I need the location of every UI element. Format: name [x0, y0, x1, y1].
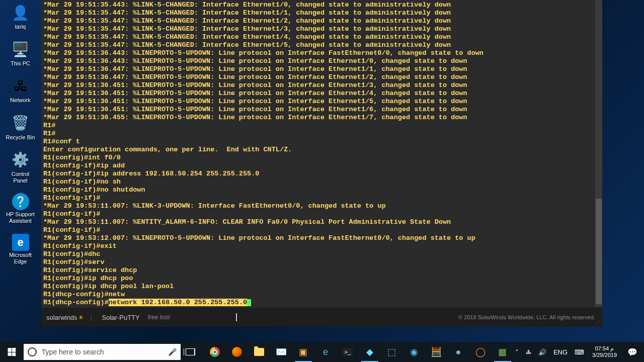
desktop-icon-label: tariq	[15, 24, 26, 30]
terminal-line: R1(config)#service dhcp	[43, 266, 600, 275]
terminal-line: *Mar 29 19:51:36.451: %LINEPROTO-5-UPDOW…	[43, 81, 600, 89]
solarwinds-logo: solarwinds☀	[46, 314, 84, 321]
terminal-line: R1(config-if)#	[43, 226, 600, 234]
terminal-line: R1(config)#serv	[43, 258, 600, 266]
tray-date-text: 3/29/2019	[592, 352, 617, 358]
taskbar-app-2[interactable]: ◆	[359, 342, 380, 362]
taskbar-app-5[interactable]: ●	[448, 342, 469, 362]
system-tray: ˄ 🖧 🔊 ENG ⌨ 07:54 م 3/29/2019 💬	[513, 342, 644, 362]
terminal-cursor	[247, 299, 251, 306]
user-folder-icon: 👤	[11, 3, 31, 23]
desktop-icon-tariq[interactable]: 👤 tariq	[4, 3, 37, 30]
desktop-icon-control-panel[interactable]: ⚙️ Control Panel	[4, 150, 37, 184]
app-icon: ▣	[299, 346, 307, 357]
solar-putty-icon: ▦	[498, 346, 507, 357]
windows-logo-icon	[8, 348, 16, 356]
terminal-line: *Mar 29 19:51:36.451: %LINEPROTO-5-UPDOW…	[43, 106, 600, 114]
desktop-icon-label: Control Panel	[4, 171, 37, 184]
desktop-icons-column: 👤 tariq 🖥️ This PC 🖧 Network 🗑️ Recycle …	[4, 3, 37, 265]
solar-putty-status-bar: solarwinds☀ | Solar-PuTTY free tool © 20…	[41, 308, 602, 327]
taskbar-app-3[interactable]: ⬚	[381, 342, 403, 362]
task-view-button[interactable]	[181, 342, 200, 362]
tray-clock[interactable]: 07:54 م 3/29/2019	[589, 345, 620, 358]
terminal-line: R1(config)#int f0/0	[43, 154, 600, 162]
desktop-icon-edge[interactable]: e Microsoft Edge	[4, 234, 37, 265]
terminal-line: *Mar 29 19:51:36.451: %LINEPROTO-5-UPDOW…	[43, 98, 600, 106]
notification-icon: 💬	[627, 347, 637, 357]
folder-icon	[254, 348, 264, 356]
terminal-line: R1(config)#dhc	[43, 250, 600, 258]
terminal-line: Enter configuration commands, one per li…	[43, 146, 600, 154]
desktop-icon-hp-support[interactable]: ❔ HP Support Assistant	[4, 193, 37, 224]
taskbar-app-4[interactable]: ◉	[404, 342, 425, 362]
taskbar-search-box[interactable]: Type here to search 🎤	[24, 344, 181, 360]
scrollbar-thumb[interactable]	[596, 199, 602, 304]
taskbar-edge[interactable]: e	[315, 342, 336, 362]
free-tool-tag: free tool	[148, 314, 170, 321]
tray-volume-icon[interactable]: 🔊	[536, 348, 548, 356]
search-placeholder: Type here to search	[42, 348, 163, 356]
taskbar-calculator[interactable]: 🧮	[426, 342, 447, 362]
terminal-line: *Mar 29 19:51:35.443: %LINK-5-CHANGED: I…	[43, 1, 600, 9]
terminal-scrollbar[interactable]	[595, 0, 602, 307]
copyright-text: © 2018 SolarWinds Worldwide, LLC. All ri…	[458, 314, 595, 320]
solar-putty-window: *Mar 29 19:51:35.443: %LINK-5-CHANGED: I…	[41, 0, 602, 327]
taskbar-pinned-apps: ✉️ ▣ e >_ ◆ ⬚ ◉ 🧮 ● ◯ ▦	[204, 342, 513, 362]
terminal-selected-text: network 192.168.50.0 255.255.255.0	[109, 299, 247, 306]
product-name: Solar-PuTTY	[102, 314, 140, 321]
taskbar-cmd[interactable]: >_	[337, 342, 358, 362]
taskbar-firefox[interactable]	[226, 342, 248, 362]
this-pc-icon: 🖥️	[11, 39, 31, 59]
desktop-icon-recycle-bin[interactable]: 🗑️ Recycle Bin	[4, 113, 37, 141]
chrome-icon	[210, 347, 220, 357]
desktop-icon-label: This PC	[11, 60, 30, 67]
desktop-icon-network[interactable]: 🖧 Network	[4, 76, 37, 104]
hp-support-icon: ❔	[12, 193, 29, 210]
tray-chevron-up-icon[interactable]: ˄	[513, 348, 521, 356]
control-panel-icon: ⚙️	[11, 150, 31, 170]
app-icon: ◉	[410, 346, 418, 357]
recycle-bin-icon: 🗑️	[11, 113, 31, 133]
terminal-line: R1#conf t	[43, 138, 600, 146]
terminal-line: *Mar 29 19:51:35.447: %LINK-5-CHANGED: I…	[43, 25, 600, 33]
desktop-icon-label: Network	[10, 97, 30, 104]
taskbar-solar-putty[interactable]: ▦	[492, 342, 513, 362]
terminal-line: *Mar 29 19:51:35.447: %LINK-5-CHANGED: I…	[43, 41, 600, 49]
edge-icon: e	[323, 347, 328, 357]
app-icon: ⬚	[387, 346, 396, 357]
taskbar-file-explorer[interactable]	[249, 342, 270, 362]
firefox-icon	[232, 347, 242, 357]
tray-time-text: 07:54 م	[592, 345, 617, 352]
terminal-output[interactable]: *Mar 29 19:51:35.443: %LINK-5-CHANGED: I…	[41, 0, 602, 308]
edge-icon: e	[12, 234, 29, 251]
microphone-icon[interactable]: 🎤	[168, 348, 177, 356]
terminal-line: R1(config-if)#	[43, 210, 600, 218]
terminal-line: R1(config-if)#exit	[43, 242, 600, 250]
taskbar-mail[interactable]: ✉️	[271, 342, 292, 362]
tray-network-icon[interactable]: 🖧	[524, 349, 533, 355]
desktop-icon-label: Microsoft Edge	[4, 252, 37, 265]
taskbar-app-1[interactable]: ▣	[293, 342, 314, 362]
terminal-line: *Mar 29 19:51:36.451: %LINEPROTO-5-UPDOW…	[43, 89, 600, 98]
terminal-line: *Mar 29 19:51:36.455: %LINEPROTO-5-UPDOW…	[43, 114, 600, 122]
terminal-line: *Mar 29 19:53:12.007: %LINEPROTO-5-UPDOW…	[43, 234, 600, 242]
tray-language[interactable]: ENG	[551, 348, 570, 356]
taskbar-chrome[interactable]	[204, 342, 225, 362]
desktop-icon-label: HP Support Assistant	[4, 211, 37, 224]
terminal-line: *Mar 29 19:51:35.447: %LINK-5-CHANGED: I…	[43, 33, 600, 41]
desktop-icon-this-pc[interactable]: 🖥️ This PC	[4, 39, 37, 67]
terminal-line: R1(config)#ip dhcp pool lan-pool	[43, 283, 600, 291]
resize-grip-icon[interactable]: ⋰	[595, 320, 601, 326]
terminal-line: *Mar 29 19:51:36.447: %LINEPROTO-5-UPDOW…	[43, 65, 600, 73]
taskbar-app-6[interactable]: ◯	[470, 342, 491, 362]
network-icon: 🖧	[11, 76, 31, 96]
terminal-line: *Mar 29 19:51:36.443: %LINEPROTO-5-UPDOW…	[43, 49, 600, 57]
action-center-button[interactable]: 💬	[623, 342, 642, 362]
terminal-line: *Mar 29 19:51:35.447: %LINK-5-CHANGED: I…	[43, 17, 600, 25]
terminal-line: R1(config-if)#no sh	[43, 178, 600, 186]
tray-keyboard-icon[interactable]: ⌨	[573, 348, 586, 356]
terminal-line: R1#	[43, 130, 600, 138]
start-button[interactable]	[0, 342, 24, 362]
footer-text-caret[interactable]	[236, 313, 237, 321]
terminal-line: R1(config-if)#	[43, 194, 600, 202]
